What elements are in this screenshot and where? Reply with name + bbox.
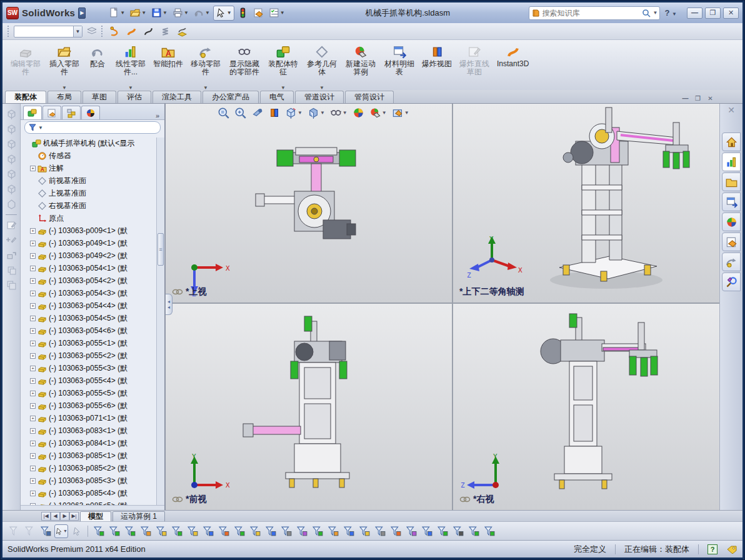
tree-item[interactable]: 上视基准面	[23, 187, 164, 199]
ribbon-tab-草图[interactable]: 草图	[82, 91, 116, 103]
view-cube-5-button[interactable]	[4, 168, 18, 181]
filter-planes-icon[interactable]	[186, 524, 199, 538]
ribbon-tab-办公室产品[interactable]: 办公室产品	[202, 91, 259, 103]
expand-toggle[interactable]: +	[30, 453, 36, 459]
tree-item[interactable]: +(-) 103063-p085<2> (默	[23, 462, 164, 474]
select-cursor-gray-icon[interactable]	[70, 524, 84, 538]
filter-connection-points-icon[interactable]	[467, 524, 481, 538]
filter-multiple-icon[interactable]	[23, 524, 37, 538]
smart-fasteners-button[interactable]: A 智能扣件	[150, 41, 186, 90]
view-orientation-button[interactable]: ▼	[284, 106, 303, 119]
close-button[interactable]: ✕	[723, 8, 739, 19]
filter-centerlines-icon[interactable]	[279, 524, 293, 538]
tree-item[interactable]: +(-) 103063-p083<1> (默	[23, 424, 164, 437]
tree-item[interactable]: +(-) 103063-p084<1> (默	[23, 437, 164, 449]
tree-item[interactable]: +(-) 103063-p055<4> (默	[23, 374, 164, 387]
filter-sketch-points-icon[interactable]	[201, 524, 215, 538]
expand-toggle[interactable]: +	[30, 441, 36, 446]
viewport-front-view[interactable]: Y X *前视	[166, 304, 452, 510]
tree-item[interactable]: +(-) 103063-p054<3> (默	[23, 287, 164, 299]
filter-cosmetic-threads-icon[interactable]	[451, 524, 465, 538]
filter-weld-symbols-icon[interactable]	[373, 524, 387, 538]
new-document-button[interactable]: ▼	[107, 6, 127, 21]
expand-toggle[interactable]: +	[30, 403, 36, 409]
search-icon[interactable]	[642, 9, 651, 18]
move-component-button[interactable]: 移动零部件 ▼	[186, 41, 225, 90]
tree-item[interactable]: +(-) 103063-p055<6> (默	[23, 399, 164, 412]
open-document-button[interactable]: ▼	[128, 6, 148, 21]
tree-item[interactable]: +(-) 103063-p049<1> (默	[23, 237, 164, 249]
spring-curve-icon[interactable]	[158, 24, 172, 39]
tree-item[interactable]: +(-) 103063-p085<4> (默	[23, 487, 164, 499]
expand-toggle[interactable]: +	[30, 253, 36, 259]
linear-pattern-button[interactable]: 线性零部件... ▼	[111, 41, 150, 90]
filter-midpoints-icon[interactable]	[248, 524, 262, 538]
assembly-features-button[interactable]: 装配体特征 ▼	[264, 41, 302, 90]
tree-item[interactable]: +A注解	[23, 162, 164, 174]
filter-clear-icon[interactable]	[8, 524, 21, 538]
expand-toggle[interactable]: +	[30, 328, 36, 334]
viewport-isometric[interactable]: Y X Z *上下二等角轴测	[453, 104, 719, 302]
tab-scroll-prev[interactable]: ◀	[51, 512, 60, 521]
filter-dimensions-icon[interactable]	[295, 524, 309, 538]
tab-configuration-manager[interactable]	[62, 106, 81, 119]
view-cube-2-button[interactable]	[4, 122, 18, 136]
quick-tips-icon[interactable]: ?	[708, 544, 718, 554]
expand-toggle[interactable]: +	[30, 491, 36, 496]
taskpane-tab-document-recovery[interactable]	[722, 252, 741, 271]
tree-filter-box[interactable]: ▼	[24, 121, 161, 134]
doc-close-button[interactable]: ✕	[705, 95, 716, 103]
filter-ref-points-icon[interactable]	[311, 524, 324, 538]
filter-vertices-icon[interactable]	[92, 524, 106, 538]
expand-toggle[interactable]: +	[30, 303, 36, 309]
combo-caret-icon[interactable]: ▼	[73, 26, 82, 37]
taskpane-tab-appearances[interactable]	[722, 212, 741, 231]
expand-toggle[interactable]: +	[30, 478, 36, 484]
expand-toggle[interactable]: +	[30, 316, 36, 321]
tab-scroll-next[interactable]: ▶	[60, 512, 69, 521]
projected-curve-icon[interactable]	[175, 24, 189, 39]
filter-caret-icon[interactable]: ▼	[38, 125, 43, 131]
filter-surface-finish-icon[interactable]	[420, 524, 434, 538]
ribbon-tab-管道设计[interactable]: 管道设计	[295, 91, 344, 103]
select-cursor-button[interactable]: ▼	[213, 6, 234, 21]
expand-toggle[interactable]: +	[30, 291, 36, 296]
tree-root-item[interactable]: 机械手抓举机构 (默认<显示	[23, 137, 164, 149]
taskpane-tab-diagnostics[interactable]	[722, 272, 741, 291]
tree-item[interactable]: +(-) 103063-p009<1> (默	[23, 224, 164, 237]
view-cube-3-button[interactable]	[4, 138, 18, 151]
task-list-button[interactable]: ▼	[267, 6, 287, 21]
view-cube-6-button[interactable]	[4, 182, 18, 196]
expand-toggle[interactable]: +	[30, 428, 36, 434]
tab-scroll-first[interactable]: |◀	[41, 512, 51, 521]
filter-weld-beads-icon[interactable]	[389, 524, 402, 538]
search-options-caret[interactable]: ▼	[653, 10, 658, 16]
tree-item[interactable]: 右视基准面	[23, 199, 164, 212]
show-hidden-button[interactable]: 显示隐藏的零部件	[225, 41, 264, 90]
expand-toggle[interactable]: +	[30, 353, 36, 359]
filter-sketches-icon[interactable]	[217, 524, 231, 538]
tabs-overflow-chevron[interactable]: »	[152, 112, 163, 119]
filter-blocks-icon[interactable]	[436, 524, 449, 538]
save-document-button[interactable]: ▼	[149, 6, 169, 21]
panel-collapse-handle[interactable]: ◂◂	[166, 294, 172, 315]
filter-sketch-segments-icon[interactable]	[232, 524, 246, 538]
expand-toggle[interactable]: +	[30, 241, 36, 246]
tree-item[interactable]: +(-) 103063-p054<5> (默	[23, 312, 164, 324]
menu-flyout-arrow[interactable]: ▶	[78, 8, 86, 19]
expand-toggle[interactable]: +	[30, 228, 36, 234]
tab-property-manager[interactable]	[42, 106, 61, 119]
helix-curve-icon[interactable]	[108, 24, 122, 39]
undo-button[interactable]: ▼	[192, 6, 212, 21]
taskpane-tab-design-library[interactable]	[722, 152, 741, 171]
tree-item[interactable]: +(-) 103063-p055<3> (默	[23, 362, 164, 374]
filter-edges-icon[interactable]	[108, 524, 121, 538]
filter-center-marks-icon[interactable]	[264, 524, 278, 538]
layers-icon[interactable]	[86, 26, 98, 36]
move-copy-button[interactable]	[4, 249, 18, 262]
tree-item[interactable]: +(-) 103063-p054<4> (默	[23, 299, 164, 312]
taskpane-tab-home[interactable]	[722, 132, 741, 151]
expand-toggle[interactable]: +	[30, 503, 36, 506]
tree-item[interactable]: 前视基准面	[23, 174, 164, 187]
layer-a-button[interactable]	[4, 264, 18, 277]
